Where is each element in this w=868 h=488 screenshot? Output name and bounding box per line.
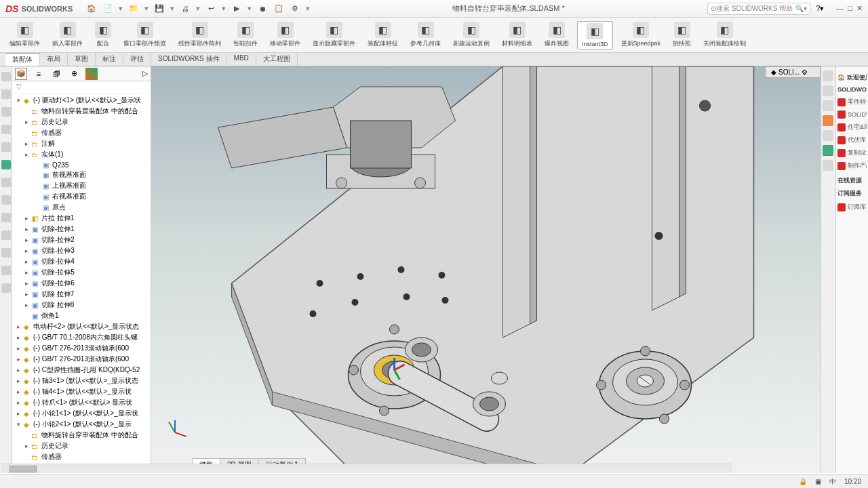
home-view-icon[interactable] xyxy=(823,70,833,81)
tree-row[interactable]: ▸▣切除-拉伸6 xyxy=(12,278,151,289)
tree-row[interactable]: 🗀传感器 xyxy=(12,451,151,462)
exploded-button[interactable]: ◧爆炸视图 xyxy=(540,20,573,49)
task-item[interactable]: 订阅库 xyxy=(837,201,867,214)
tree-row[interactable]: ▸◆(-) GB/T 276-2013滚动轴承(600 xyxy=(12,343,151,354)
qat-select[interactable]: ▶ xyxy=(231,3,242,14)
tab-草图[interactable]: 草图 xyxy=(68,53,96,66)
display-tab[interactable]: ⊕ xyxy=(68,68,80,80)
tree-row[interactable]: ▸🗀历史记录 xyxy=(12,441,151,451)
tree-row[interactable]: ▸▣切除-拉伸2 xyxy=(12,235,151,245)
qat-settings[interactable]: ⚙ xyxy=(290,3,300,14)
tool-icon[interactable] xyxy=(1,213,11,222)
tool-icon[interactable] xyxy=(1,195,11,205)
reference-geom-button[interactable]: ◧参考几何体 xyxy=(406,20,445,49)
hud-zoom-icon[interactable] xyxy=(556,69,568,81)
tool-icon[interactable] xyxy=(1,160,11,169)
tree-row[interactable]: ▸◆(-) 小轮1<1> (默认<<默认>_显示状 xyxy=(12,408,151,419)
appearance-tab[interactable] xyxy=(85,68,98,80)
tree-row[interactable]: ▾◆(-) 驱动灯<1> (默认<<默认>_显示状 xyxy=(12,95,151,106)
tool-icon[interactable] xyxy=(1,142,11,152)
tab-SOLIDWORKS 插件[interactable]: SOLIDWORKS 插件 xyxy=(151,53,227,66)
hud-display-icon[interactable] xyxy=(631,69,643,81)
view-icon[interactable] xyxy=(823,160,833,171)
maximize-button[interactable]: □ xyxy=(848,4,852,13)
view-icon[interactable] xyxy=(823,100,833,111)
snapshot-button[interactable]: ◧拍快照 xyxy=(669,20,695,49)
tab-布局[interactable]: 布局 xyxy=(40,53,68,66)
task-item[interactable]: 制作产品 xyxy=(837,159,867,172)
feature-tree-tab[interactable]: 📦 xyxy=(15,68,27,80)
show-hide-button[interactable]: ◧显示隐藏零部件 xyxy=(309,20,359,49)
tool-icon[interactable] xyxy=(1,230,11,240)
qat-rebuild[interactable]: ⏺ xyxy=(257,3,268,14)
tree-row[interactable]: ▣上视基准面 xyxy=(12,180,151,191)
help-icon[interactable]: ?▾ xyxy=(816,4,824,13)
tree-body[interactable]: ▾◆(-) 驱动灯<1> (默认<<默认>_显示状🗀物料自转穿装置裝配体 中的配… xyxy=(12,94,151,473)
qat-undo[interactable]: ↩ xyxy=(205,3,216,14)
move-component-button[interactable]: ◧移动零部件 xyxy=(266,20,304,49)
tree-row[interactable]: ▣右视基准面 xyxy=(12,191,151,202)
tab-评估[interactable]: 评估 xyxy=(123,53,151,66)
view-icon[interactable] xyxy=(823,145,833,156)
tab-大工程图[interactable]: 大工程图 xyxy=(256,53,298,66)
tool-icon[interactable] xyxy=(1,248,11,258)
motion-study-button[interactable]: ◧新建运动算例 xyxy=(449,20,494,49)
tree-row[interactable]: ▸◆(-) GB/T 70.1-2008内六角圆柱头螺 xyxy=(12,332,151,343)
tree-row[interactable]: ▸▣切除-拉伸5 xyxy=(12,267,151,278)
tree-row[interactable]: ▸◆(-) GB/T 276-2013滚动轴承(600 xyxy=(12,354,151,365)
bom-button[interactable]: ◧材料明细表 xyxy=(498,20,536,49)
document-tab[interactable]: ◆ SOLI... ⚙ xyxy=(765,66,821,78)
tab-装配体[interactable]: 装配体 xyxy=(5,53,40,66)
horizontal-scrollbar[interactable] xyxy=(1,464,732,473)
qat-open[interactable]: 📁 xyxy=(128,3,139,14)
view-icon[interactable] xyxy=(823,115,833,126)
tree-row[interactable]: ▸◆电动杆<2> (默认<<默认>_显示状态 xyxy=(12,321,151,332)
tree-row[interactable]: ▸🗀历史记录 xyxy=(12,117,151,127)
preview-button[interactable]: ◧窗口零部件预览 xyxy=(119,20,170,49)
help-search[interactable]: ⊙搜索 SOLIDWORKS 帮助🔍▾ xyxy=(707,3,810,15)
qat-print[interactable]: 🖨 xyxy=(180,3,191,14)
tree-row[interactable]: ▾◆(-) 小轮2<1> (默认<<默认>_显示 xyxy=(12,419,151,430)
task-item[interactable]: 复制设置 xyxy=(837,146,867,159)
tool-icon[interactable] xyxy=(1,89,11,99)
task-item[interactable]: 零件特征 xyxy=(837,96,867,108)
assembly-feature-button[interactable]: ◧装配体特征 xyxy=(363,20,402,49)
status-icon[interactable]: 🔒 xyxy=(799,478,807,485)
edit-component-button[interactable]: ◧编辑零部件 xyxy=(5,20,44,49)
collapse-icon[interactable]: ▷ xyxy=(142,69,148,78)
gear-icon[interactable]: ⚙ xyxy=(802,68,808,76)
mate-button[interactable]: ◧配合 xyxy=(91,20,115,49)
qat-new[interactable]: 📄 xyxy=(102,3,113,14)
hud-color-icon[interactable] xyxy=(646,69,658,81)
tool-icon[interactable] xyxy=(1,125,11,134)
minimize-button[interactable]: — xyxy=(836,4,844,13)
tool-icon[interactable] xyxy=(1,72,11,81)
tree-row[interactable]: ▸◆(-) 轴3<1> (默认<<默认>_显示状态 xyxy=(12,375,151,386)
view-triad[interactable] xyxy=(165,419,185,439)
speedpak-button[interactable]: ◧更新Speedpak xyxy=(617,20,665,49)
task-item[interactable]: 住宅&商 xyxy=(837,121,867,134)
smart-fastener-button[interactable]: ◧智能扣件 xyxy=(229,20,262,49)
hud-rotate-icon[interactable] xyxy=(586,69,598,81)
close-button[interactable]: ✕ xyxy=(856,4,863,13)
view-icon[interactable] xyxy=(823,85,833,96)
tree-row[interactable]: 🗀传感器 xyxy=(12,127,151,138)
qat-home[interactable]: 🏠 xyxy=(86,3,97,14)
tree-row[interactable]: ▸▣切除-拉伸4 xyxy=(12,256,151,267)
tree-row[interactable]: ▣Q235 xyxy=(12,160,151,169)
tree-row[interactable]: 🗀物料旋转台穿串装配体 中的配合 xyxy=(12,430,151,441)
tab-标注[interactable]: 标注 xyxy=(96,53,123,66)
config-tab[interactable]: 🗐 xyxy=(50,68,62,80)
tree-row[interactable]: ▸▣切除-拉伸3 xyxy=(12,245,151,256)
tree-row[interactable]: ▸◧片拉 拉伸1 xyxy=(12,213,151,224)
close-asm-button[interactable]: ◧关闭装配体绘制 xyxy=(699,20,750,49)
hud-pan-icon[interactable] xyxy=(571,69,583,81)
tree-row[interactable]: ▣原点 xyxy=(12,202,151,213)
task-item[interactable]: SOLIDW xyxy=(837,108,867,121)
tool-icon[interactable] xyxy=(1,107,11,117)
tree-row[interactable]: ▸▣切除-拉伸1 xyxy=(12,224,151,235)
tree-row[interactable]: ▸◆(-) 轴4<1> (默认<<默认>_显示状 xyxy=(12,386,151,397)
property-tab[interactable]: ≡ xyxy=(33,68,45,80)
tree-row[interactable]: 🗀物料自转穿装置裝配体 中的配合 xyxy=(12,106,151,117)
tree-row[interactable]: ▸◆(-) C型弹性挡圈-孔用 KDQ(KDQ-52 xyxy=(12,365,151,375)
